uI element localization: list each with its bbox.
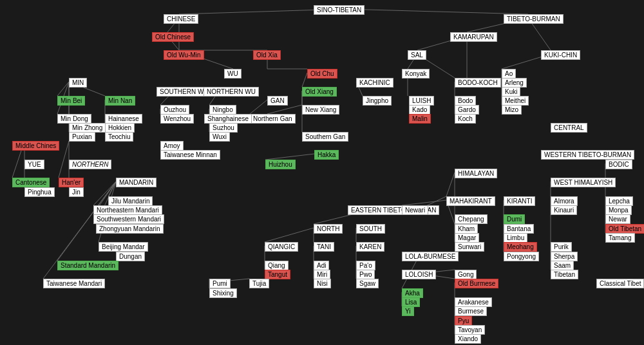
language-node-western-tibeto-burman: WESTERN TIBETO-BURMAN xyxy=(541,150,634,160)
language-node-middle-chinese: Middle Chines xyxy=(12,141,59,151)
svg-line-11 xyxy=(267,105,302,114)
language-node-kham: Kham xyxy=(455,224,478,234)
language-node-arakanese: Arakanese xyxy=(455,297,492,307)
language-node-akha: Akha xyxy=(402,288,423,298)
language-node-sal: SAL xyxy=(408,50,426,60)
language-node-ao: Ao xyxy=(502,69,516,79)
language-node-tibetan: Tibetan xyxy=(551,270,578,279)
language-node-sgaw: Sgaw xyxy=(356,279,379,288)
language-node-pyu: Pyu xyxy=(455,316,472,326)
language-node-bodo: Bodo xyxy=(455,96,476,106)
language-node-bodic: BODIC xyxy=(605,160,632,169)
language-node-sunwari: Sunwari xyxy=(455,242,484,252)
language-node-ningbo: Ningbo xyxy=(209,105,236,115)
language-node-mizo: Mizo xyxy=(502,105,522,115)
language-node-beijing-mandarin: Beijing Mandar xyxy=(99,242,148,252)
language-node-miri: Miri xyxy=(314,270,330,279)
language-node-standard-mandarin: Standard Mandarin xyxy=(57,261,118,270)
language-node-bantana: Bantana xyxy=(504,224,534,234)
language-node-malin: Malin xyxy=(409,114,431,124)
language-node-loloish: LOLOISH xyxy=(402,270,436,279)
language-node-yue: YUE xyxy=(24,160,44,169)
language-node-jingpho: Jingpho xyxy=(363,96,392,106)
language-node-meohang: Meohang xyxy=(504,242,537,252)
language-node-bodo-koch: BODO-KOCH xyxy=(455,78,501,88)
language-node-gardo: Gardo xyxy=(455,105,479,115)
language-node-northern: NORTHERN xyxy=(69,160,111,169)
language-node-kuki: Kuki xyxy=(502,87,520,97)
svg-line-9 xyxy=(302,73,307,87)
language-node-almora: Almora xyxy=(551,196,578,206)
language-node-newari: Newari xyxy=(402,205,428,215)
language-node-teochiu: Teochiu xyxy=(105,132,133,142)
language-node-tamang: Tamang xyxy=(605,233,635,243)
svg-line-43 xyxy=(265,154,314,160)
language-node-arleng: Arleng xyxy=(502,78,527,88)
language-node-old-tibetan: Old Tibetan xyxy=(605,224,644,234)
language-node-kiranti: KIRANTI xyxy=(504,196,535,206)
language-node-min-dong: Min Dong xyxy=(57,114,91,124)
language-node-north: NORTH xyxy=(314,224,343,234)
language-node-northern-gan: Northern Gan xyxy=(250,114,296,124)
language-node-taiwanese-minnan: Taiwanese Minnan xyxy=(160,150,220,160)
language-node-chinese: CHINESE xyxy=(164,14,198,24)
language-node-northeastern-mandarin: Northeastern Mandari xyxy=(93,205,162,215)
language-node-tavoyan: Tavoyan xyxy=(455,325,485,335)
language-node-amoy: Amoy xyxy=(160,141,184,151)
language-node-koch: Koch xyxy=(455,114,476,124)
language-node-saam: Saam xyxy=(551,261,574,270)
svg-line-48 xyxy=(108,182,116,196)
language-node-tibeto-burman: TIBETO-BURMAN xyxy=(504,14,564,24)
language-node-wuxi: Wuxi xyxy=(209,132,230,142)
language-node-zhongyuan-mandarin: Zhongyuan Mandarin xyxy=(96,224,164,234)
language-node-kachinic: KACHINIC xyxy=(356,78,393,88)
language-node-pumi: Pumi xyxy=(209,279,231,288)
language-node-shixing: Shixing xyxy=(209,288,237,298)
language-node-dumi: Dumi xyxy=(504,214,525,224)
svg-line-13 xyxy=(250,100,267,114)
language-node-ouzhou: Ouzhou xyxy=(160,105,189,115)
language-node-old-wu-min: Old Wu-Min xyxy=(164,50,204,60)
language-node-jin: Jin xyxy=(69,187,84,197)
language-node-old-xia: Old Xia xyxy=(253,50,281,60)
language-node-wenzhou: Wenzhou xyxy=(160,114,194,124)
language-node-tujia: Tujia xyxy=(249,279,269,288)
svg-line-15 xyxy=(57,82,69,96)
language-node-hokkien: Hokkien xyxy=(105,123,135,133)
language-node-lepcha: Lepcha xyxy=(605,196,633,206)
language-node-purik: Purik xyxy=(551,242,572,252)
language-node-karen: KAREN xyxy=(356,242,384,252)
language-node-dungan: Dungan xyxy=(116,252,145,261)
language-node-nisi: Nisi xyxy=(314,279,331,288)
language-node-meithei: Meithei xyxy=(502,96,529,106)
language-node-newar: Newar xyxy=(605,214,630,224)
language-node-monpa: Monpa xyxy=(605,205,632,215)
language-node-huizhou: Huizhou xyxy=(265,160,296,169)
language-node-cantonese: Cantonese xyxy=(12,178,50,187)
language-node-mahakirant: MAHAKIRANT xyxy=(446,196,495,206)
language-node-pongyong: Pongyong xyxy=(504,252,539,261)
svg-line-56 xyxy=(446,172,455,196)
language-node-jilu-mandarin: Jilu Mandarin xyxy=(108,196,153,206)
language-node-himalayan: HIMALAYAN xyxy=(455,169,497,178)
language-node-pao: Pa'o xyxy=(356,261,375,270)
language-node-puxian: Puxian xyxy=(69,132,95,142)
language-node-wu: WU xyxy=(224,69,242,79)
language-node-adi: Adi xyxy=(314,261,329,270)
language-node-kado: Kado xyxy=(409,105,430,115)
language-node-taiwanese-mandarin: Taiwanese Mandari xyxy=(43,279,105,288)
svg-line-79 xyxy=(265,228,314,242)
language-node-southern-gan: Southern Gan xyxy=(302,132,348,142)
language-node-gong: Gong xyxy=(455,270,477,279)
language-node-kamarupan: KAMARUPAN xyxy=(450,32,497,42)
language-node-haner: Han'er xyxy=(59,178,84,187)
language-node-old-chinese: Old Chinese xyxy=(152,32,194,42)
language-node-mandarin: MANDARIN xyxy=(116,178,156,187)
language-node-min-nan: Min Nan xyxy=(105,96,135,106)
svg-line-46 xyxy=(59,141,69,178)
language-node-burmese: Burmese xyxy=(455,306,487,316)
language-node-tangut: Tangut xyxy=(265,270,290,279)
language-node-hakka: Hakka xyxy=(314,150,339,160)
language-node-kuki-chin: KUKI-CHIN xyxy=(541,50,580,60)
language-node-shanghainese: Shanghainese xyxy=(204,114,252,124)
